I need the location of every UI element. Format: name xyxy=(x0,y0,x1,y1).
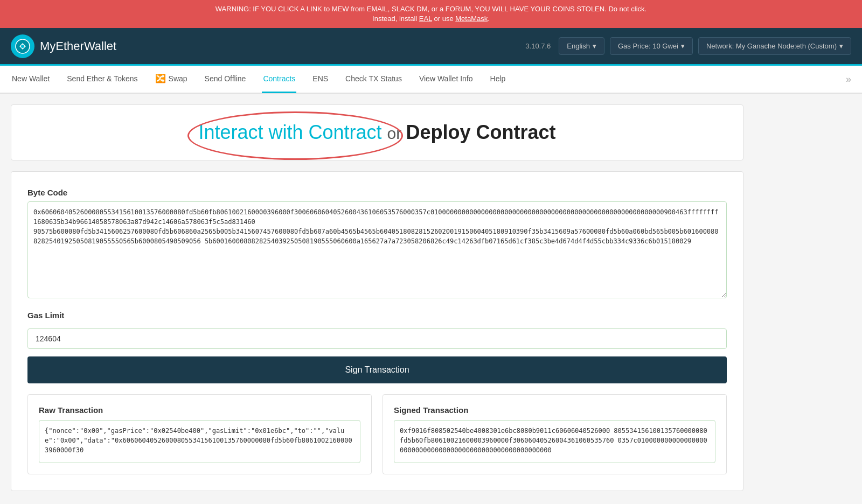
gas-limit-label: Gas Limit xyxy=(27,311,727,320)
header-controls: English ▾ Gas Price: 10 Gwei ▾ Network: … xyxy=(559,37,851,55)
page-title-container: Interact with Contract or Deploy Contrac… xyxy=(198,121,555,144)
language-selector[interactable]: English ▾ xyxy=(559,37,604,55)
signed-transaction-value: 0xf9016f808502540be4008301e6bc8080b9011c… xyxy=(394,420,715,463)
gas-price-dropdown-icon: ▾ xyxy=(681,42,685,50)
nav-item-view-wallet[interactable]: View Wallet Info xyxy=(418,65,474,93)
content-section: Byte Code 0x6060604052600080553415610013… xyxy=(11,171,743,491)
gas-price-selector[interactable]: Gas Price: 10 Gwei ▾ xyxy=(610,37,693,55)
interact-with-contract-text: Interact with Contract xyxy=(198,121,381,143)
swap-label: Swap xyxy=(169,74,187,83)
signed-transaction-label: Signed Transaction xyxy=(394,405,715,415)
network-label: Network: My Ganache Node:eth (Custom) xyxy=(706,42,837,50)
warning-bar: WARNING: IF YOU CLICK A LINK to MEW from… xyxy=(0,0,862,28)
bottom-panels: Raw Transaction {"nonce":"0x00","gasPric… xyxy=(27,394,727,474)
raw-transaction-value: {"nonce":"0x00","gasPrice":"0x02540be400… xyxy=(39,420,360,463)
language-label: English xyxy=(567,42,590,50)
svg-point-1 xyxy=(21,45,24,48)
swap-icon: 🔀 xyxy=(155,73,166,83)
bytecode-label: Byte Code xyxy=(27,188,727,197)
nav-item-send-ether[interactable]: Send Ether & Tokens xyxy=(66,65,138,93)
nav-item-ens[interactable]: ENS xyxy=(311,65,329,93)
metamask-link[interactable]: MetaMask xyxy=(455,15,488,23)
page-title: Interact with Contract or Deploy Contrac… xyxy=(198,121,555,144)
signed-transaction-panel: Signed Transaction 0xf9016f808502540be40… xyxy=(383,394,727,474)
logo-icon xyxy=(11,34,34,58)
warning-subtext: Instead, install EAL or use MetaMask. xyxy=(11,14,851,24)
raw-transaction-panel: Raw Transaction {"nonce":"0x00","gasPric… xyxy=(27,394,372,474)
logo-text: MyEtherWallet xyxy=(40,39,116,53)
nav: New Wallet Send Ether & Tokens 🔀 Swap Se… xyxy=(0,66,862,94)
nav-item-send-offline[interactable]: Send Offline xyxy=(204,65,247,93)
logo-area: MyEtherWallet xyxy=(11,34,525,58)
gas-limit-section: Gas Limit xyxy=(27,311,727,349)
deploy-contract-text: Deploy Contract xyxy=(406,121,556,143)
gas-price-label: Gas Price: 10 Gwei xyxy=(618,42,678,50)
language-dropdown-icon: ▾ xyxy=(593,42,596,50)
nav-item-new-wallet[interactable]: New Wallet xyxy=(11,65,51,93)
bytecode-section: Byte Code 0x6060604052600080553415610013… xyxy=(27,188,727,300)
bytecode-textarea[interactable]: 0x6060604052600080553415610013576000080f… xyxy=(27,201,727,298)
network-dropdown-icon: ▾ xyxy=(839,42,843,50)
page-header-section: Interact with Contract or Deploy Contrac… xyxy=(11,104,743,160)
nav-item-check-tx[interactable]: Check TX Status xyxy=(344,65,403,93)
raw-transaction-label: Raw Transaction xyxy=(39,405,360,415)
or-text: or xyxy=(387,124,406,142)
network-selector[interactable]: Network: My Ganache Node:eth (Custom) ▾ xyxy=(698,37,851,55)
warning-text: WARNING: IF YOU CLICK A LINK to MEW from… xyxy=(11,4,851,14)
version-label: 3.10.7.6 xyxy=(525,42,551,50)
nav-item-contracts[interactable]: Contracts xyxy=(262,65,296,93)
nav-more-icon[interactable]: » xyxy=(846,74,851,85)
sign-transaction-button[interactable]: Sign Transaction xyxy=(27,356,727,383)
nav-item-help[interactable]: Help xyxy=(489,65,507,93)
nav-item-swap[interactable]: 🔀 Swap xyxy=(154,65,189,93)
main-content: Interact with Contract or Deploy Contrac… xyxy=(0,94,754,502)
gas-limit-input[interactable] xyxy=(27,328,727,349)
eal-link[interactable]: EAL xyxy=(419,15,432,23)
header: MyEtherWallet 3.10.7.6 English ▾ Gas Pri… xyxy=(0,28,862,66)
